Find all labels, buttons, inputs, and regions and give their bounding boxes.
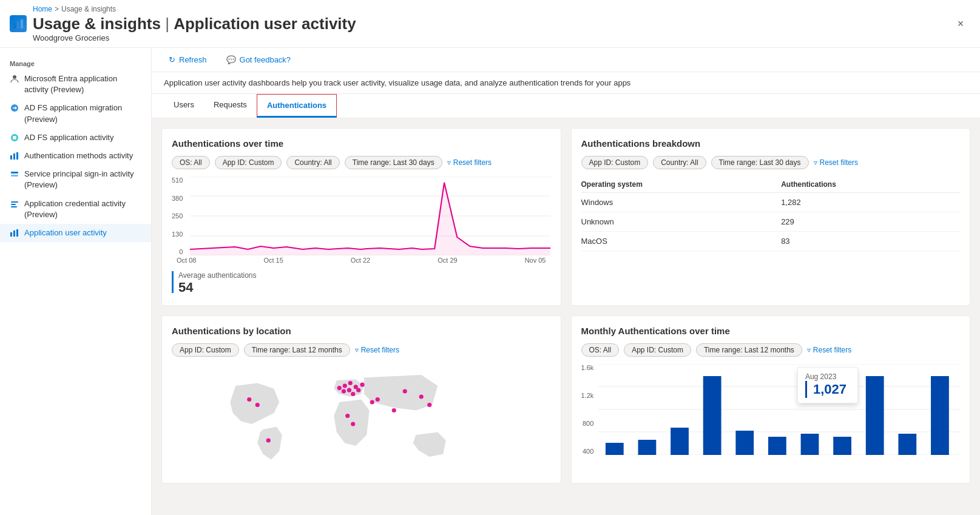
monthly-y-axis: 1.6k 1.2k 800 400	[581, 364, 596, 455]
line-chart-container: 510 380 250 130 0	[172, 177, 551, 264]
filter-os[interactable]: OS: All	[172, 156, 210, 169]
svg-point-37	[427, 403, 431, 407]
svg-rect-0	[13, 23, 16, 29]
auth-unknown: 229	[781, 212, 960, 232]
monthly-chart-wrapper: 1.6k 1.2k 800 400	[581, 364, 961, 457]
sidebar-item-service-principal[interactable]: Service principal sign-in activity (Prev…	[0, 165, 151, 194]
monthly-bars-area: Aug 2023 1,027	[598, 364, 960, 457]
refresh-button[interactable]: ↻ Refresh	[164, 53, 212, 67]
svg-rect-8	[13, 153, 15, 160]
breakdown-filter-country[interactable]: Country: All	[653, 156, 706, 169]
sidebar-item-entra[interactable]: Microsoft Entra application activity (Pr…	[0, 70, 151, 99]
x-axis-labels: Oct 08 Oct 15 Oct 22 Oct 29 Nov 05	[172, 257, 551, 264]
tab-requests[interactable]: Requests	[204, 94, 257, 118]
col-auth-header: Authentications	[781, 177, 960, 193]
main-content: ↻ Refresh 💬 Got feedback? Application us…	[152, 48, 980, 515]
auth-over-time-title: Authentications over time	[172, 138, 551, 149]
description-bar: Application user activity dashboards hel…	[152, 72, 980, 94]
sidebar-item-entra-label: Microsoft Entra application activity (Pr…	[24, 73, 141, 95]
filter-icon: ▿	[447, 158, 451, 167]
svg-point-24	[343, 383, 347, 388]
sidebar-item-user-activity[interactable]: Application user activity	[0, 224, 151, 242]
breadcrumb: Home > Usage & insights	[33, 5, 356, 13]
breadcrumb-home[interactable]: Home	[33, 5, 52, 13]
svg-point-40	[266, 438, 271, 442]
breakdown-reset-button[interactable]: ▿ Reset filters	[814, 156, 858, 169]
sidebar-item-auth-methods[interactable]: Authentication methods activity	[0, 147, 151, 165]
os-unknown: Unknown	[581, 212, 782, 232]
sidebar-item-adfs-activity-label: AD FS application activity	[24, 132, 113, 143]
auth-windows: 1,282	[781, 193, 960, 212]
monthly-bar-chart	[598, 364, 960, 455]
auth-breakdown-card: Authentications breakdown App ID: Custom…	[571, 128, 971, 306]
adfs-migration-icon	[10, 103, 19, 113]
svg-point-36	[419, 394, 424, 399]
svg-rect-49	[606, 443, 624, 455]
svg-point-27	[347, 388, 351, 392]
location-filter-icon: ▿	[355, 346, 359, 354]
tab-authentications[interactable]: Authentications	[257, 94, 337, 118]
svg-point-33	[370, 400, 374, 404]
monthly-auth-card: Monthly Authentications over time OS: Al…	[571, 315, 971, 483]
svg-point-39	[255, 403, 260, 407]
sidebar-item-adfs-activity[interactable]: AD FS application activity	[0, 129, 151, 147]
line-chart-svg	[190, 177, 550, 255]
svg-rect-15	[10, 232, 12, 237]
svg-rect-58	[899, 434, 917, 455]
sidebar-manage-label: Manage	[0, 55, 151, 70]
location-filter-appid[interactable]: App ID: Custom	[172, 343, 239, 357]
sidebar-item-adfs-migration[interactable]: AD FS application migration (Preview)	[0, 99, 151, 128]
monthly-reset-button[interactable]: ▿ Reset filters	[807, 343, 851, 357]
org-subtitle: Woodgrove Groceries	[33, 33, 356, 42]
svg-point-29	[351, 392, 355, 396]
breakdown-filter-appid[interactable]: App ID: Custom	[581, 156, 649, 169]
tabs-bar: Users Requests Authentications	[152, 94, 980, 118]
sidebar-item-auth-methods-label: Authentication methods activity	[24, 150, 133, 161]
svg-rect-55	[801, 434, 819, 455]
feedback-button[interactable]: 💬 Got feedback?	[221, 53, 296, 67]
adfs-activity-icon	[10, 133, 19, 143]
person-icon	[10, 74, 19, 84]
reset-filters-button[interactable]: ▿ Reset filters	[447, 156, 492, 169]
credential-icon	[10, 199, 19, 209]
svg-point-28	[342, 389, 346, 393]
location-filters: App ID: Custom Time range: Last 12 month…	[172, 343, 551, 357]
svg-rect-50	[638, 440, 657, 455]
breadcrumb-sep: >	[55, 5, 59, 13]
filter-timerange[interactable]: Time range: Last 30 days	[345, 156, 442, 169]
breakdown-filter-timerange[interactable]: Time range: Last 30 days	[711, 156, 809, 169]
filter-country[interactable]: Country: All	[286, 156, 339, 169]
y-axis: 510 380 250 130 0	[172, 177, 185, 255]
auth-over-time-filters: OS: All App ID: Custom Country: All Time…	[172, 156, 551, 169]
monthly-filter-timerange[interactable]: Time range: Last 12 months	[696, 343, 802, 357]
svg-point-42	[351, 422, 355, 426]
monthly-filter-icon: ▿	[807, 346, 811, 354]
chart-with-yaxis: 510 380 250 130 0	[172, 177, 551, 255]
chart-tooltip: Aug 2023 1,027	[797, 367, 858, 403]
svg-point-34	[376, 397, 380, 402]
svg-rect-13	[11, 204, 16, 205]
svg-point-43	[392, 408, 396, 412]
refresh-label: Refresh	[179, 55, 207, 64]
col-os-header: Operating system	[581, 177, 782, 193]
auth-by-location-title: Authentications by location	[172, 326, 551, 336]
tab-users[interactable]: Users	[164, 94, 204, 118]
filter-appid[interactable]: App ID: Custom	[215, 156, 282, 169]
monthly-filter-os[interactable]: OS: All	[581, 343, 620, 357]
os-macos: MacOS	[581, 232, 782, 251]
toolbar: ↻ Refresh 💬 Got feedback?	[152, 48, 980, 72]
location-filter-timerange[interactable]: Time range: Last 12 months	[244, 343, 350, 357]
svg-rect-17	[16, 229, 18, 237]
breadcrumb-current: Usage & insights	[61, 5, 116, 13]
tooltip-value-row: 1,027	[805, 381, 850, 398]
location-reset-button[interactable]: ▿ Reset filters	[355, 343, 399, 357]
sidebar-item-user-activity-label: Application user activity	[24, 227, 107, 238]
monthly-auth-title: Monthly Authentications over time	[581, 326, 961, 336]
monthly-filter-appid[interactable]: App ID: Custom	[624, 343, 691, 357]
svg-rect-9	[16, 152, 18, 160]
close-button[interactable]: ×	[951, 14, 970, 33]
service-principal-icon	[10, 169, 19, 179]
average-bar-indicator	[172, 271, 174, 293]
sidebar-item-credential[interactable]: Application credential activity (Preview…	[0, 195, 151, 224]
monthly-filters: OS: All App ID: Custom Time range: Last …	[581, 343, 961, 357]
